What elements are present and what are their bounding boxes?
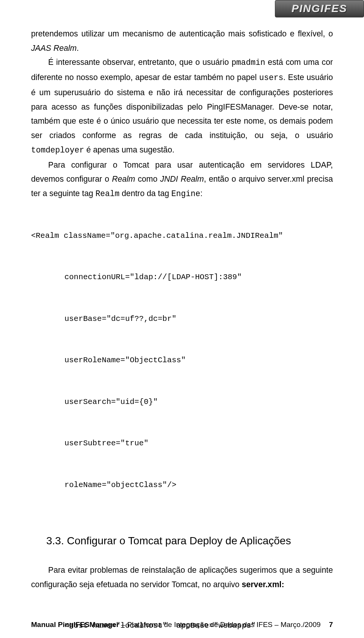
- code-line: connectionURL="ldap://[LDAP-HOST]:389": [31, 270, 333, 284]
- text-italic: JAAS Realm: [31, 44, 77, 52]
- code-line: userRoleName="ObjectClass": [31, 354, 333, 367]
- code-line: userSubtree="true": [31, 437, 333, 450]
- code-inline: tomdeployer: [31, 146, 84, 155]
- code-line: userBase="dc=uf??,dc=br": [31, 312, 333, 326]
- paragraph-4: Para evitar problemas de reinstalação de…: [31, 563, 333, 591]
- code-line: <Realm className="org.apache.catalina.re…: [31, 229, 333, 243]
- code-inline: Realm: [96, 189, 120, 198]
- code-inline: Engine: [171, 189, 200, 198]
- page-content: pretendemos utilizar um mecanismo de aut…: [0, 0, 364, 638]
- code-line: roleName="objectClass"/>: [31, 478, 333, 492]
- text: . Este usuário é um superusuário do sist…: [31, 73, 333, 140]
- paragraph-1: pretendemos utilizar um mecanismo de aut…: [31, 27, 333, 55]
- text: pretendemos utilizar um mecanismo de aut…: [31, 29, 333, 38]
- footer-text: Manual PingIFESManager – Plataforma de I…: [31, 621, 321, 629]
- text: :: [200, 189, 202, 198]
- pingifes-logo: PINGIFES: [275, 0, 364, 17]
- code-block-host: <Host name="localhost" appBase="webapps"…: [31, 591, 333, 638]
- text: É interessante observar, entretanto, que…: [48, 58, 231, 66]
- text-italic: Realm: [112, 174, 135, 183]
- text: dentro da tag: [119, 189, 171, 198]
- text: Para evitar problemas de reinstalação de…: [31, 566, 333, 589]
- footer-title-bold: Manual PingIFESManager: [31, 621, 119, 629]
- page-number: 7: [329, 621, 333, 629]
- section-heading: 3.3. Configurar o Tomcat para Deploy de …: [46, 535, 333, 547]
- code-inline: users: [259, 73, 284, 82]
- text-bold: server.xml:: [242, 580, 284, 589]
- code-inline: pmadmin: [231, 58, 265, 67]
- text-italic: JNDI Realm: [160, 174, 204, 183]
- text: como: [135, 174, 160, 183]
- page-footer: Manual PingIFESManager – Plataforma de I…: [31, 621, 333, 629]
- code-line: userSearch="uid={0}": [31, 395, 333, 409]
- paragraph-3: Para configurar o Tomcat para usar auten…: [31, 158, 333, 201]
- text: é apenas uma sugestão.: [84, 145, 174, 154]
- paragraph-2: É interessante observar, entretanto, que…: [31, 55, 333, 157]
- code-block-realm: <Realm className="org.apache.catalina.re…: [31, 201, 333, 520]
- text: .: [77, 44, 79, 52]
- footer-title-rest: – Plataforma de Integração de Dados das …: [119, 621, 320, 629]
